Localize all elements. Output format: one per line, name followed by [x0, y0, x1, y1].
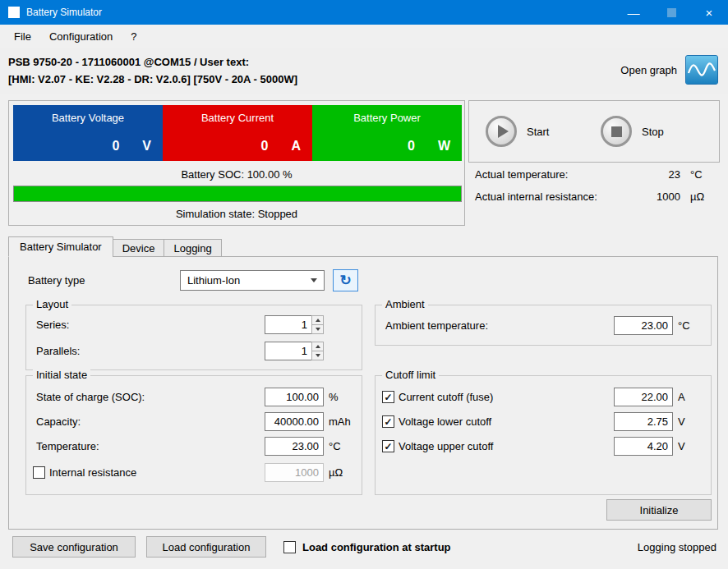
series-spin-buttons [311, 315, 324, 334]
parallels-down-button[interactable] [311, 351, 324, 360]
internal-resistance-input[interactable] [265, 463, 324, 482]
graph-icon [686, 56, 717, 84]
actual-temperature-label: Actual temperature: [475, 168, 568, 181]
menu-configuration[interactable]: Configuration [40, 25, 122, 48]
ambient-group: Ambient Ambient temperature: °C [375, 305, 712, 346]
soc-progress-bar [13, 186, 462, 202]
tab-logging[interactable]: Logging [164, 239, 221, 257]
measurement-panel: Battery Voltage 0 V Battery Current 0 A … [8, 100, 465, 226]
tab-device[interactable]: Device [113, 239, 165, 257]
save-configuration-button[interactable]: Save configuration [12, 536, 136, 558]
menu-help[interactable]: ? [122, 25, 145, 48]
actual-temperature-unit: °C [690, 168, 715, 181]
arrow-down-icon [316, 354, 320, 357]
voltage-upper-cutoff-checkbox[interactable]: ✓ [382, 440, 394, 452]
device-info-bar: PSB 9750-20 - 1711060001 @COM15 / User t… [0, 48, 728, 94]
current-cutoff-label: Current cutoff (fuse) [399, 388, 493, 406]
cutoff-limit-group: Cutoff limit ✓ Current cutoff (fuse) A ✓… [375, 375, 712, 495]
arrow-up-icon [316, 345, 320, 348]
battery-power-value: 0 [408, 139, 415, 154]
stop-icon [611, 126, 622, 137]
battery-voltage-value: 0 [112, 139, 119, 154]
series-input[interactable] [265, 315, 311, 334]
menu-bar: File Configuration ? [0, 25, 728, 48]
actual-resistance-row: Actual internal resistance: 1000 µΩ [468, 190, 720, 203]
start-control: Start [486, 116, 549, 147]
parallels-input[interactable] [265, 342, 311, 360]
actual-readouts: Actual temperature: 23 °C Actual interna… [468, 168, 720, 203]
minimize-icon: — [628, 6, 640, 20]
voltage-lower-cutoff-label: Voltage lower cutoff [399, 412, 491, 431]
battery-current-label: Battery Current [163, 105, 312, 124]
cutoff-limit-group-title: Cutoff limit [382, 369, 439, 381]
series-down-button[interactable] [311, 325, 324, 334]
parallels-row: Parallels: [26, 342, 362, 361]
battery-type-select[interactable]: Lithium-Ion [180, 270, 325, 291]
window-buttons: — × [615, 0, 728, 25]
actual-resistance-label: Actual internal resistance: [475, 190, 597, 203]
ambient-temperature-row: Ambient temperature: °C [376, 316, 711, 336]
voltage-lower-cutoff-checkbox[interactable]: ✓ [382, 415, 394, 428]
battery-current-value: 0 [261, 139, 269, 154]
voltage-lower-cutoff-input[interactable] [614, 412, 673, 431]
logging-status-label: Logging stopped [638, 541, 716, 553]
battery-voltage-unit: V [142, 139, 151, 154]
series-stepper [265, 315, 324, 334]
layout-group: Layout Series: Parallels: [25, 305, 362, 370]
ambient-temperature-input[interactable] [614, 316, 673, 335]
transport-panel: Start Stop [468, 100, 720, 163]
simulation-state-label: Simulation state: Stopped [9, 208, 464, 220]
actual-temperature-row: Actual temperature: 23 °C [468, 168, 720, 181]
maximize-icon [667, 8, 676, 17]
series-up-button[interactable] [311, 315, 324, 325]
arrow-down-icon [316, 328, 320, 331]
parallels-up-button[interactable] [311, 342, 324, 351]
temperature-unit: °C [329, 437, 341, 456]
refresh-battery-type-button[interactable]: ↻ [333, 269, 358, 291]
load-configuration-button[interactable]: Load configuration [146, 536, 266, 558]
initialize-button[interactable]: Initialize [606, 499, 712, 521]
voltage-upper-cutoff-input[interactable] [614, 437, 673, 456]
maximize-button[interactable] [652, 0, 690, 25]
stop-button[interactable] [601, 116, 632, 147]
internal-resistance-checkbox[interactable]: ✓ [33, 466, 45, 479]
internal-resistance-label: Internal resistance [49, 463, 136, 482]
menu-file[interactable]: File [5, 25, 40, 48]
soc-input[interactable] [265, 388, 324, 406]
start-button[interactable] [486, 116, 517, 147]
battery-current-unit: A [291, 139, 301, 154]
parallels-spin-buttons [311, 342, 324, 360]
current-cutoff-checkbox[interactable]: ✓ [382, 391, 394, 403]
refresh-icon: ↻ [339, 272, 351, 289]
minimize-button[interactable]: — [615, 0, 652, 25]
current-cutoff-input[interactable] [614, 388, 673, 406]
battery-soc-label: Battery SOC: 100.00 % [9, 168, 464, 181]
initial-state-group: Initial state State of charge (SOC): % C… [25, 375, 362, 495]
load-at-startup-checkbox[interactable]: ✓ [283, 541, 296, 553]
app-icon [8, 7, 20, 18]
battery-voltage-display: Battery Voltage 0 V [13, 105, 163, 161]
battery-power-label: Battery Power [312, 105, 462, 124]
open-graph: Open graph [620, 55, 718, 85]
temperature-input[interactable] [265, 437, 324, 456]
tab-battery-simulator[interactable]: Battery Simulator [8, 236, 113, 257]
tab-strip: Battery Simulator Device Logging [8, 236, 221, 257]
open-graph-button[interactable] [685, 55, 718, 85]
close-button[interactable]: × [690, 0, 728, 25]
start-label: Start [527, 126, 549, 138]
window-title: Battery Simulator [26, 7, 102, 18]
soc-label: State of charge (SOC): [36, 388, 145, 406]
stop-label: Stop [642, 126, 664, 138]
battery-type-value: Lithium-Ion [187, 274, 240, 287]
layout-group-title: Layout [33, 298, 71, 310]
voltage-upper-cutoff-unit: V [678, 437, 685, 456]
battery-simulator-window: Battery Simulator — × File Configuration… [0, 0, 728, 569]
title-bar: Battery Simulator — × [0, 0, 728, 25]
voltage-lower-cutoff-unit: V [678, 412, 685, 431]
capacity-input[interactable] [265, 412, 324, 431]
arrow-up-icon [316, 319, 320, 322]
battery-simulator-tab-panel: Battery type Lithium-Ion ↻ Layout Series… [8, 256, 718, 530]
ambient-group-title: Ambient [382, 298, 428, 310]
play-icon [498, 125, 509, 138]
soc-unit: % [329, 388, 339, 406]
